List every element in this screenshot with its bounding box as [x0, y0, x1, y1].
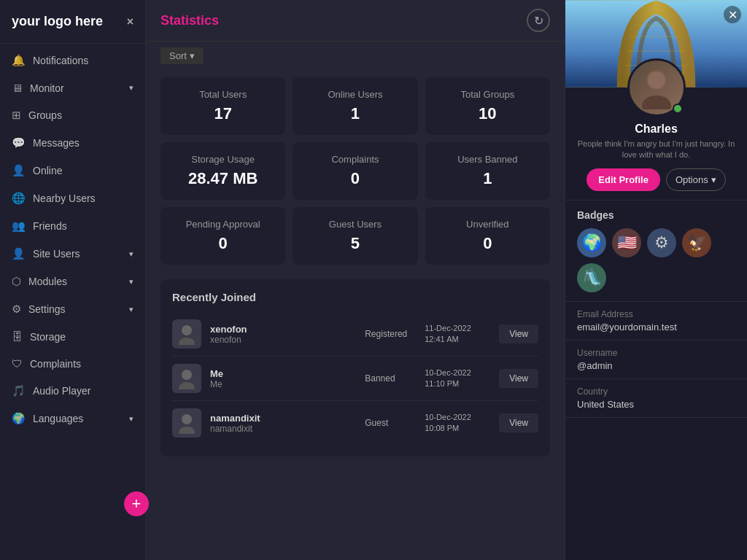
profile-bio: People think I'm angry but I'm just hang… [577, 139, 735, 161]
table-row: namandixit namandixit Guest 10-Dec-20221… [172, 401, 538, 445]
user-status: Guest [365, 418, 416, 428]
close-icon[interactable]: × [127, 15, 133, 28]
badge-4: 🛝 [577, 263, 606, 292]
sidebar-item-languages[interactable]: 🌍 Languages ▾ [0, 405, 145, 432]
options-button[interactable]: Options ▾ [666, 168, 726, 191]
view-user-button[interactable]: View [499, 324, 538, 343]
sidebar-icon-groups: ⊞ [12, 109, 21, 122]
table-row: xenofon xenofon Registered 11-Dec-202212… [172, 312, 538, 357]
sidebar-icon-nearby-users: 🌐 [12, 192, 26, 205]
stat-card-pending-approval: Pending Approval 0 [160, 207, 285, 265]
panel-close-button[interactable]: ✕ [724, 6, 741, 23]
svg-point-1 [179, 338, 195, 345]
svg-point-2 [182, 370, 192, 380]
stat-card-total-groups: Total Groups 10 [425, 77, 550, 135]
refresh-button[interactable]: ↻ [527, 9, 550, 32]
sort-chevron-icon: ▾ [190, 50, 195, 61]
badge-3: 🦅 [682, 228, 711, 257]
sidebar-item-complaints[interactable]: 🛡 Complaints [0, 350, 145, 377]
sidebar-item-messages[interactable]: 💬 Messages [0, 129, 145, 157]
country-row: Country United States [565, 379, 747, 418]
svg-point-13 [648, 71, 665, 89]
sidebar-label-modules: Modules [28, 276, 67, 287]
user-handle: xenofon [210, 335, 356, 345]
sidebar-icon-notifications: 🔔 [12, 54, 26, 67]
right-panel: ✕ Charles People think I'm angry but I'm… [565, 0, 747, 560]
sidebar-icon-site-users: 👤 [12, 247, 26, 260]
view-user-button[interactable]: View [499, 369, 538, 388]
sidebar-item-settings[interactable]: ⚙ Settings ▾ [0, 295, 145, 323]
sidebar-item-groups[interactable]: ⊞ Groups [0, 101, 145, 129]
sidebar-label-settings: Settings [28, 303, 66, 315]
stat-card-online-users: Online Users 1 [293, 77, 417, 135]
sidebar-item-modules[interactable]: ⬡ Modules ▾ [0, 268, 145, 295]
sidebar-icon-monitor: 🖥 [12, 82, 23, 94]
user-date: 10-Dec-202210:08 PM [425, 412, 490, 435]
user-username: xenofon [210, 324, 356, 335]
stat-label-online-users: Online Users [328, 89, 382, 100]
options-chevron-icon: ▾ [711, 174, 716, 185]
chevron-icon: ▾ [129, 83, 133, 93]
stat-label-total-groups: Total Groups [460, 89, 514, 100]
user-avatar [172, 408, 201, 438]
view-user-button[interactable]: View [499, 413, 538, 432]
user-info: xenofon xenofon [210, 324, 356, 345]
avatar-wrapper [627, 58, 686, 117]
svg-point-5 [179, 427, 195, 434]
sidebar-label-complaints: Complaints [30, 358, 81, 370]
svg-point-0 [182, 325, 192, 335]
profile-name: Charles [635, 122, 678, 136]
user-info: Me Me [210, 368, 356, 389]
sidebar-item-audio-player[interactable]: 🎵 Audio Player [0, 377, 145, 405]
sidebar-icon-complaints: 🛡 [12, 357, 23, 370]
country-label: Country [577, 386, 735, 397]
sidebar-label-messages: Messages [33, 137, 80, 149]
stat-value-complaints: 0 [351, 169, 360, 188]
sidebar-item-monitor[interactable]: 🖥 Monitor ▾ [0, 74, 145, 101]
stat-label-users-banned: Users Banned [457, 154, 517, 165]
logo-text: your logo here [12, 14, 103, 29]
sidebar-label-monitor: Monitor [30, 82, 64, 94]
sidebar-item-notifications[interactable]: 🔔 Notifications [0, 47, 145, 74]
sidebar-item-site-users[interactable]: 👤 Site Users ▾ [0, 240, 145, 268]
stat-label-guest-users: Guest Users [329, 219, 382, 230]
sidebar-label-languages: Languages [33, 413, 83, 424]
user-info: namandixit namandixit [210, 413, 356, 434]
sidebar-item-storage[interactable]: 🗄 Storage [0, 323, 145, 350]
email-label: Email Address [577, 309, 735, 319]
chevron-icon: ▾ [129, 249, 133, 259]
sidebar-icon-online: 👤 [12, 164, 26, 177]
sidebar-item-friends[interactable]: 👥 Friends [0, 212, 145, 240]
stat-label-unverified: Unverified [466, 219, 509, 230]
chevron-icon: ▾ [129, 277, 133, 287]
stat-label-storage-usage: Storage Usage [191, 154, 255, 165]
user-avatar [172, 319, 201, 349]
sidebar-icon-friends: 👥 [12, 219, 26, 233]
add-button[interactable]: + [124, 491, 146, 516]
sidebar-label-groups: Groups [28, 109, 62, 121]
sidebar-logo[interactable]: your logo here × [0, 0, 145, 44]
badge-2: ⚙ [647, 228, 676, 257]
sidebar-label-storage: Storage [30, 331, 66, 343]
stat-card-unverified: Unverified 0 [425, 207, 550, 265]
stat-value-total-groups: 10 [479, 104, 496, 123]
sidebar-item-nearby-users[interactable]: 🌐 Nearby Users [0, 184, 145, 212]
sort-label: Sort [169, 50, 187, 61]
email-row: Email Address email@yourdomain.test [565, 302, 747, 341]
stat-label-complaints: Complaints [331, 154, 379, 165]
stat-value-total-users: 17 [214, 104, 231, 123]
user-username: namandixit [210, 413, 356, 424]
sidebar-item-online[interactable]: 👤 Online [0, 157, 145, 184]
username-row: Username @admin [565, 341, 747, 379]
sidebar-label-online: Online [33, 165, 62, 176]
user-date: 11-Dec-202212:41 AM [425, 323, 490, 346]
edit-profile-button[interactable]: Edit Profile [587, 168, 660, 191]
svg-point-12 [642, 96, 671, 109]
sort-button[interactable]: Sort ▾ [160, 47, 204, 64]
email-value: email@yourdomain.test [577, 322, 735, 332]
user-date: 10-Dec-202211:10 PM [425, 368, 490, 390]
stat-value-users-banned: 1 [483, 169, 492, 188]
recently-joined-section: Recently Joined xenofon xenofon Register… [160, 279, 550, 456]
badges-section: Badges 🌍🇺🇸⚙🦅🛝 [565, 201, 747, 302]
recently-joined-list: xenofon xenofon Registered 11-Dec-202212… [172, 312, 538, 445]
